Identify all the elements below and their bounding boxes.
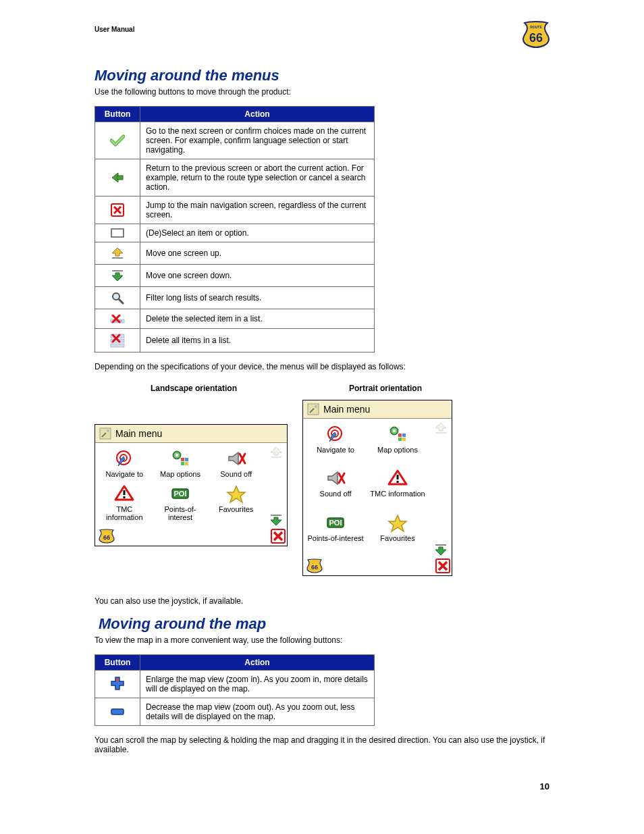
header-label: User Manual [95, 26, 549, 33]
svg-rect-46 [435, 432, 446, 434]
map-buttons-table: Button Action Enlarge the map view (zoom… [95, 654, 375, 726]
action-text: Decrease the map view (zoom out). As you… [140, 698, 375, 726]
section1-lead: Use the following buttons to move throug… [95, 87, 549, 97]
col-action: Action [140, 655, 375, 671]
tools-icon [99, 427, 111, 440]
action-text: Filter long lists of search results. [140, 287, 375, 309]
menu-item-navigate[interactable]: Navigate to [304, 423, 367, 467]
zoom-in-icon [95, 671, 140, 698]
action-text: Move one screen down. [140, 265, 375, 287]
svg-rect-50 [116, 679, 119, 681]
col-button: Button [95, 655, 140, 671]
table-row: Go to the next screen or confirm choices… [95, 122, 375, 159]
table-row: Return to the previous screen or abort t… [95, 159, 375, 197]
delete-icon [95, 309, 140, 329]
portrait-screenshot: Main menu Navigate to Map options Sound … [302, 400, 452, 576]
svg-rect-13 [111, 344, 124, 347]
action-text: Go to the next screen or confirm choices… [140, 122, 375, 159]
svg-text:66: 66 [103, 534, 110, 541]
svg-point-33 [315, 405, 317, 408]
svg-rect-43 [397, 481, 399, 483]
menu-item-soundoff[interactable]: Sound off [208, 447, 264, 482]
check-icon [95, 122, 140, 159]
svg-line-8 [119, 299, 123, 303]
svg-rect-38 [398, 434, 402, 437]
tools-icon [307, 403, 319, 415]
joystick-note: You can also use the joystick, if availa… [95, 596, 549, 606]
svg-text:66: 66 [311, 564, 318, 571]
menu-item-mapoptions[interactable]: Map options [367, 423, 429, 467]
svg-rect-40 [398, 438, 402, 441]
table-row: Delete the selected item in a list. [95, 309, 375, 329]
col-action: Action [140, 107, 375, 122]
section2-lead: To view the map in a more convenient way… [95, 635, 549, 645]
action-text: Enlarge the map view (zoom in). As you z… [140, 671, 375, 698]
close-icon[interactable] [435, 558, 450, 573]
menu-item-navigate[interactable]: Navigate to [97, 447, 153, 482]
menu-title: Main menu [115, 428, 162, 439]
table-row: Move one screen down. [95, 265, 375, 287]
table-row: (De)Select an item or option. [95, 224, 375, 242]
svg-text:POI: POI [174, 490, 187, 498]
back-icon [95, 159, 140, 197]
section1-after-table: Depending on the specifications of your … [95, 362, 549, 371]
menu-item-favourites[interactable]: Favourites [208, 482, 264, 525]
portrait-label: Portrait orientation [308, 381, 463, 396]
menu-item-tmc[interactable]: TMC information [367, 467, 429, 511]
up-icon [95, 242, 140, 265]
col-button: Button [95, 107, 140, 122]
svg-rect-24 [124, 490, 126, 495]
menu-titlebar: Main menu [303, 400, 452, 419]
checkbox-icon [95, 224, 140, 242]
svg-rect-29 [271, 515, 281, 516]
section2-after: You can scroll the map by selecting & ho… [95, 735, 549, 754]
menu-buttons-table: Button Action Go to the next screen or c… [95, 106, 375, 353]
svg-rect-42 [397, 475, 399, 479]
search-icon [95, 287, 140, 309]
landscape-screenshot: Main menu Navigate to Map options Sound … [95, 424, 288, 546]
action-text: Delete all items in a list. [140, 329, 375, 353]
page-number: 10 [95, 781, 549, 791]
svg-text:ROUTE: ROUTE [530, 25, 542, 29]
landscape-label: Landscape orientation [95, 381, 293, 396]
action-text: Jump to the main navigation screen, rega… [140, 197, 375, 224]
menu-item-poi[interactable]: POI Points-of-interest [304, 511, 367, 555]
action-text: Delete the selected item in a list. [140, 309, 375, 329]
svg-rect-23 [185, 462, 188, 465]
menu-title: Main menu [323, 404, 370, 415]
page-down-icon[interactable] [433, 543, 448, 556]
menu-item-favourites[interactable]: Favourites [367, 511, 429, 555]
menu-item-tmc[interactable]: TMC information [97, 482, 153, 525]
svg-rect-39 [402, 434, 406, 437]
svg-text:66: 66 [529, 31, 543, 45]
svg-rect-5 [112, 257, 123, 259]
close-icon [95, 197, 140, 224]
svg-rect-41 [402, 438, 406, 441]
svg-point-15 [107, 429, 109, 432]
page-up-icon[interactable] [433, 421, 448, 435]
svg-text:POI: POI [329, 519, 342, 527]
menu-item-mapoptions[interactable]: Map options [153, 447, 209, 482]
svg-rect-2 [117, 176, 123, 180]
delete-all-icon [95, 329, 140, 353]
section1-title: Moving around the menus [95, 67, 549, 84]
svg-point-37 [393, 429, 396, 432]
table-row: Delete all items in a list. [95, 329, 375, 353]
svg-rect-28 [271, 457, 281, 458]
svg-rect-21 [185, 458, 188, 461]
svg-rect-6 [112, 270, 123, 271]
svg-point-19 [176, 454, 178, 457]
page-up-icon[interactable] [269, 446, 284, 459]
table-row: Move one screen up. [95, 242, 375, 265]
action-text: Move one screen up. [140, 242, 375, 265]
menu-item-poi[interactable]: POI Points-of-interest [153, 482, 209, 525]
down-icon [95, 265, 140, 287]
svg-rect-47 [435, 544, 446, 546]
page-down-icon[interactable] [269, 513, 284, 527]
table-row: Enlarge the map view (zoom in). As you z… [95, 671, 375, 698]
action-text: Return to the previous screen or abort t… [140, 159, 375, 197]
close-icon[interactable] [271, 529, 286, 544]
svg-rect-22 [181, 462, 184, 465]
table-row: Decrease the map view (zoom out). As you… [95, 698, 375, 726]
menu-item-soundoff[interactable]: Sound off [304, 467, 367, 511]
